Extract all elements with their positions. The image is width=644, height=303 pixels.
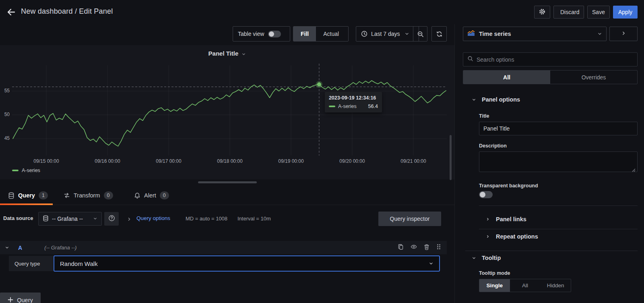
query-type-value: Random Walk <box>60 260 98 267</box>
panel-resize-handle[interactable] <box>198 181 257 183</box>
panel-description-textarea[interactable] <box>479 152 638 172</box>
query-ref-id: A <box>18 245 22 251</box>
tab-alert[interactable]: Alert 0 <box>134 186 169 205</box>
transparent-bg-toggle[interactable] <box>479 191 493 198</box>
tooltip-mode-hidden[interactable]: Hidden <box>540 279 571 292</box>
bell-icon <box>134 192 140 199</box>
editor-tabs: Query 1 Transform 0 Alert 0 <box>0 186 454 205</box>
add-query-label: Query <box>17 297 33 303</box>
table-view-toggle[interactable] <box>268 31 281 37</box>
x-tick-label: 09/16 00:00 <box>89 158 126 164</box>
chevron-right-icon <box>486 217 490 221</box>
fill-option[interactable]: Fill <box>293 27 316 41</box>
tooltip-mode-all[interactable]: All <box>510 279 541 292</box>
datasource-value: -- Grafana -- <box>52 216 83 222</box>
duplicate-query-button[interactable] <box>398 244 404 251</box>
eye-icon <box>411 244 417 251</box>
panel-title-input[interactable] <box>479 122 638 135</box>
timeseries-viz-icon <box>467 30 475 37</box>
add-query-button[interactable]: Query <box>0 293 41 303</box>
options-filter-tabs: All Overrides <box>463 70 638 84</box>
divider <box>479 229 638 229</box>
panel-editor-pane: Table view Fill Actual Last 7 days <box>0 24 454 303</box>
page-title: New dashboard / Edit Panel <box>21 7 113 16</box>
query-options-link[interactable]: Query options <box>136 215 170 221</box>
chevron-right-icon[interactable] <box>127 216 132 223</box>
repeat-options-section[interactable]: Repeat options <box>486 233 538 240</box>
tab-transform-label: Transform <box>74 192 100 199</box>
tooltip-mode-segmented: Single All Hidden <box>479 279 571 292</box>
options-tab-overrides[interactable]: Overrides <box>550 71 637 84</box>
chevron-down-icon <box>405 31 409 36</box>
query-ref-datasource: (-- Grafana --) <box>44 245 76 251</box>
chart-tooltip: 2023-09-19 12:34:16 A-series 56.4 <box>325 92 382 112</box>
x-tick-label: 09/17 00:00 <box>151 158 187 164</box>
discard-button[interactable]: Discard <box>553 6 584 19</box>
refresh-icon <box>436 31 443 37</box>
tooltip-series-swatch <box>329 106 335 107</box>
actual-option[interactable]: Actual <box>316 27 346 41</box>
panel-options-header[interactable]: Panel options <box>472 96 520 103</box>
delete-query-button[interactable] <box>424 244 429 251</box>
back-button[interactable] <box>6 7 17 18</box>
y-tick-label: 50 <box>0 112 10 117</box>
tooltip-value: 56.4 <box>368 104 378 109</box>
legend-swatch <box>12 170 19 171</box>
grip-dots-icon <box>436 244 441 251</box>
zoom-out-icon <box>417 31 424 37</box>
tab-transform-count: 0 <box>104 191 113 199</box>
query-type-label: Query type <box>9 256 53 271</box>
tooltip-series-name: A-series <box>338 104 357 109</box>
tab-query[interactable]: Query 1 <box>8 186 48 205</box>
editor-scrollbar-thumb[interactable] <box>450 135 452 180</box>
options-tab-all[interactable]: All <box>463 71 550 84</box>
zoom-out-button[interactable] <box>413 26 427 42</box>
grafana-edit-panel-screen: New dashboard / Edit Panel Discard Save … <box>0 0 644 303</box>
apply-button[interactable]: Apply <box>613 6 638 19</box>
database-icon <box>43 215 49 223</box>
table-view-label: Table view <box>238 31 264 37</box>
x-tick-label: 09/20 00:00 <box>334 158 370 164</box>
y-tick-label: 45 <box>0 135 10 141</box>
visualization-picker[interactable]: Time series <box>463 27 607 41</box>
chevron-down-icon <box>472 256 476 260</box>
tooltip-mode-single[interactable]: Single <box>479 279 510 292</box>
tab-transform[interactable]: Transform 0 <box>64 186 113 205</box>
save-button[interactable]: Save <box>587 6 610 19</box>
chevron-right-icon <box>486 235 490 239</box>
options-search[interactable] <box>463 52 638 66</box>
hide-query-button[interactable] <box>411 244 417 251</box>
refresh-button[interactable] <box>431 26 447 42</box>
time-range-picker[interactable]: Last 7 days <box>356 26 419 42</box>
chevron-right-icon <box>621 31 626 37</box>
panel-settings-button[interactable] <box>534 6 550 19</box>
panel-preview-card: Panel Title A-series 2023-09-19 12:34:16… <box>0 45 454 179</box>
time-range-label: Last 7 days <box>371 31 400 37</box>
active-tab-underline <box>0 203 53 205</box>
tab-query-count: 1 <box>39 191 48 199</box>
chart-legend[interactable]: A-series <box>12 168 40 173</box>
description-field-label: Description <box>479 143 507 149</box>
drag-query-handle[interactable] <box>436 244 441 251</box>
plus-icon <box>8 297 13 303</box>
top-navigation-bar: New dashboard / Edit Panel Discard Save … <box>0 0 644 24</box>
datasource-picker[interactable]: -- Grafana -- <box>38 212 102 226</box>
options-search-input[interactable] <box>477 56 633 63</box>
help-icon <box>108 215 115 223</box>
datasource-help-button[interactable] <box>104 212 119 226</box>
chevron-down-icon[interactable] <box>5 245 9 250</box>
tooltip-section-header[interactable]: Tooltip <box>472 255 501 261</box>
query-row-header[interactable]: A (-- Grafana --) <box>0 241 447 254</box>
panel-links-section[interactable]: Panel links <box>486 216 526 222</box>
time-series-chart[interactable]: A-series 2023-09-19 12:34:16 A-series 56… <box>0 45 454 179</box>
datasource-row: Data source -- Grafana -- Query options … <box>0 210 454 228</box>
table-view-control: Table view <box>233 26 290 42</box>
options-sidebar: Time series All Overrides Panel opt <box>455 24 644 303</box>
fill-actual-segmented: Fill Actual <box>293 26 349 42</box>
collapse-options-button[interactable] <box>609 27 638 41</box>
query-type-select[interactable]: Random Walk <box>54 255 440 272</box>
query-inspector-button[interactable]: Query inspector <box>378 212 441 226</box>
x-tick-label: 09/21 00:00 <box>395 158 431 164</box>
gear-icon <box>539 10 546 17</box>
textarea-resize-icon[interactable] <box>632 166 636 174</box>
